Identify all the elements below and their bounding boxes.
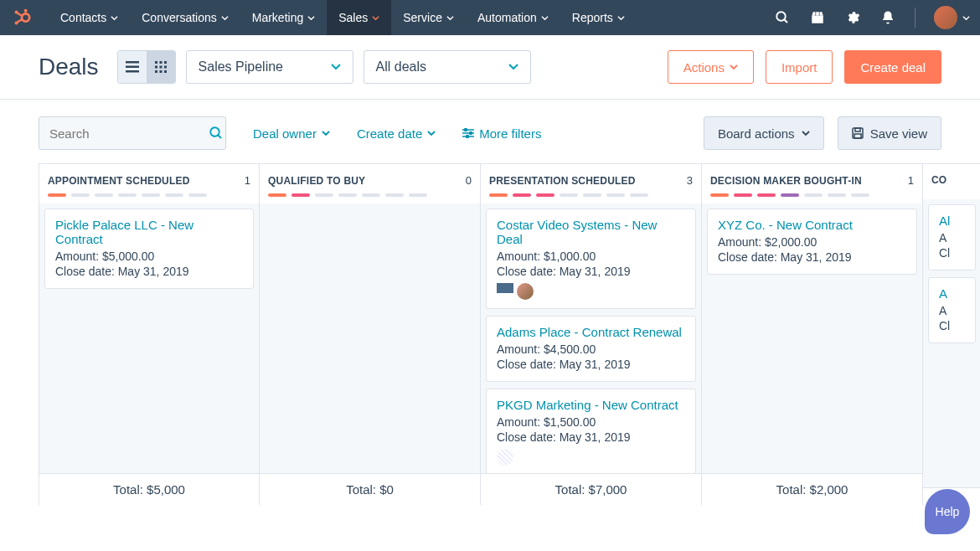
create-date-filter[interactable]: Create date bbox=[357, 126, 436, 141]
create-deal-button[interactable]: Create deal bbox=[844, 50, 941, 84]
svg-rect-13 bbox=[126, 66, 139, 69]
deal-card-title[interactable]: A bbox=[939, 286, 965, 301]
progress-dash bbox=[804, 193, 823, 197]
deal-card[interactable]: AlACl bbox=[928, 204, 976, 270]
column-body[interactable]: AlAClAACl bbox=[923, 199, 980, 487]
nav-item-contacts[interactable]: Contacts bbox=[49, 0, 130, 35]
column-count: 0 bbox=[466, 174, 472, 187]
deal-card[interactable]: Pickle Palace LLC - New ContractAmount: … bbox=[44, 209, 254, 289]
column-title: QUALIFIED TO BUY bbox=[268, 175, 365, 187]
svg-point-0 bbox=[22, 13, 29, 21]
save-icon bbox=[852, 127, 864, 139]
chevron-down-icon bbox=[446, 14, 454, 22]
column-total: Total: $5,000 bbox=[39, 473, 259, 505]
deal-board: APPOINTMENT SCHEDULED1Pickle Palace LLC … bbox=[39, 163, 980, 505]
stage-progress bbox=[489, 193, 693, 197]
stage-progress bbox=[268, 193, 472, 197]
column-count: 3 bbox=[687, 174, 693, 187]
page-header: Deals Sales Pipeline All deals Actions I… bbox=[0, 35, 980, 100]
board-view-button[interactable] bbox=[147, 51, 175, 83]
caret-down-icon bbox=[322, 131, 330, 136]
deal-card-title[interactable]: Adams Place - Contract Renewal bbox=[497, 325, 685, 339]
hubspot-logo[interactable] bbox=[10, 6, 34, 29]
import-button[interactable]: Import bbox=[766, 50, 833, 84]
search-input[interactable] bbox=[49, 126, 209, 141]
deal-filter-select[interactable]: All deals bbox=[364, 50, 531, 84]
nav-item-conversations[interactable]: Conversations bbox=[130, 0, 240, 35]
board-column: COAlAClAACl bbox=[923, 164, 980, 505]
progress-dash bbox=[409, 193, 427, 197]
svg-line-8 bbox=[784, 19, 787, 23]
progress-dash bbox=[315, 193, 333, 197]
deal-card-title[interactable]: XYZ Co. - New Contract bbox=[718, 218, 906, 232]
actions-label: Actions bbox=[683, 60, 725, 75]
column-body[interactable]: Costar Video Systems - New DealAmount: $… bbox=[481, 203, 701, 473]
deal-card-title[interactable]: PKGD Marketing - New Contract bbox=[497, 398, 685, 412]
help-button[interactable]: Help bbox=[925, 489, 970, 534]
deal-card[interactable]: Costar Video Systems - New DealAmount: $… bbox=[486, 209, 696, 309]
progress-dash bbox=[489, 193, 508, 197]
progress-dash bbox=[536, 193, 554, 197]
deal-card-title[interactable]: Pickle Palace LLC - New Contract bbox=[55, 218, 243, 246]
actions-button[interactable]: Actions bbox=[668, 50, 754, 84]
caret-down-icon bbox=[730, 64, 738, 70]
board-actions-button[interactable]: Board actions bbox=[704, 116, 824, 150]
marketplace-icon[interactable] bbox=[809, 9, 826, 26]
deal-card-amount: A bbox=[939, 304, 965, 317]
nav-item-service[interactable]: Service bbox=[391, 0, 466, 35]
deal-card-title[interactable]: Al bbox=[939, 214, 965, 228]
svg-rect-18 bbox=[155, 66, 157, 69]
sliders-icon bbox=[462, 128, 474, 138]
nav-item-sales[interactable]: Sales bbox=[327, 0, 391, 35]
column-body[interactable] bbox=[260, 203, 480, 473]
nav-item-marketing[interactable]: Marketing bbox=[240, 0, 327, 35]
column-body[interactable]: XYZ Co. - New ContractAmount: $2,000.00C… bbox=[702, 203, 922, 473]
save-view-label: Save view bbox=[870, 126, 927, 141]
owner-avatar bbox=[517, 283, 534, 300]
nav-item-label: Reports bbox=[572, 11, 613, 24]
svg-point-24 bbox=[210, 127, 219, 136]
nav-item-reports[interactable]: Reports bbox=[560, 0, 637, 35]
deal-card-title[interactable]: Costar Video Systems - New Deal bbox=[497, 218, 685, 246]
deal-card-closedate: Close date: May 31, 2019 bbox=[497, 430, 685, 444]
svg-line-4 bbox=[18, 13, 23, 17]
caret-down-icon bbox=[508, 64, 518, 70]
more-filters[interactable]: More filters bbox=[462, 126, 541, 141]
placeholder-avatar bbox=[497, 449, 513, 466]
board-column: PRESENTATION SCHEDULED3Costar Video Syst… bbox=[481, 164, 702, 505]
nav-items: ContactsConversationsMarketingSalesServi… bbox=[49, 0, 637, 35]
deal-card[interactable]: PKGD Marketing - New ContractAmount: $1,… bbox=[486, 389, 696, 473]
pipeline-select[interactable]: Sales Pipeline bbox=[186, 50, 353, 84]
column-total: Total: $2,000 bbox=[702, 473, 922, 505]
deal-card-closedate: Close date: May 31, 2019 bbox=[55, 265, 243, 278]
deal-card[interactable]: XYZ Co. - New ContractAmount: $2,000.00C… bbox=[707, 209, 917, 275]
deal-owner-filter[interactable]: Deal owner bbox=[253, 126, 330, 141]
page-title: Deals bbox=[39, 54, 99, 80]
column-body[interactable]: Pickle Palace LLC - New ContractAmount: … bbox=[39, 203, 259, 473]
deal-card[interactable]: Adams Place - Contract RenewalAmount: $4… bbox=[486, 316, 696, 382]
progress-dash bbox=[118, 193, 137, 197]
nav-item-label: Contacts bbox=[60, 11, 106, 24]
notifications-icon[interactable] bbox=[879, 9, 896, 26]
progress-dash bbox=[734, 193, 752, 197]
save-view-button[interactable]: Save view bbox=[838, 116, 941, 150]
column-header: DECISION MAKER BOUGHT-IN1 bbox=[702, 164, 922, 203]
progress-dash bbox=[48, 193, 66, 197]
list-view-button[interactable] bbox=[118, 51, 147, 83]
search-icon[interactable] bbox=[774, 9, 791, 26]
deal-card-amount: Amount: $1,500.00 bbox=[497, 415, 685, 429]
search-box[interactable] bbox=[39, 116, 226, 150]
settings-icon[interactable] bbox=[844, 9, 861, 26]
progress-dash bbox=[851, 193, 869, 197]
nav-item-automation[interactable]: Automation bbox=[466, 0, 560, 35]
progress-dash bbox=[291, 193, 310, 197]
deal-card-closedate: Cl bbox=[939, 319, 965, 332]
svg-rect-17 bbox=[164, 61, 167, 64]
progress-dash bbox=[560, 193, 578, 197]
svg-rect-34 bbox=[854, 134, 861, 138]
progress-dash bbox=[385, 193, 404, 197]
filter-row: Deal owner Create date More filters Boar… bbox=[0, 100, 980, 163]
deal-card[interactable]: AACl bbox=[928, 277, 976, 343]
card-avatars bbox=[497, 283, 685, 300]
account-menu[interactable] bbox=[934, 6, 970, 29]
